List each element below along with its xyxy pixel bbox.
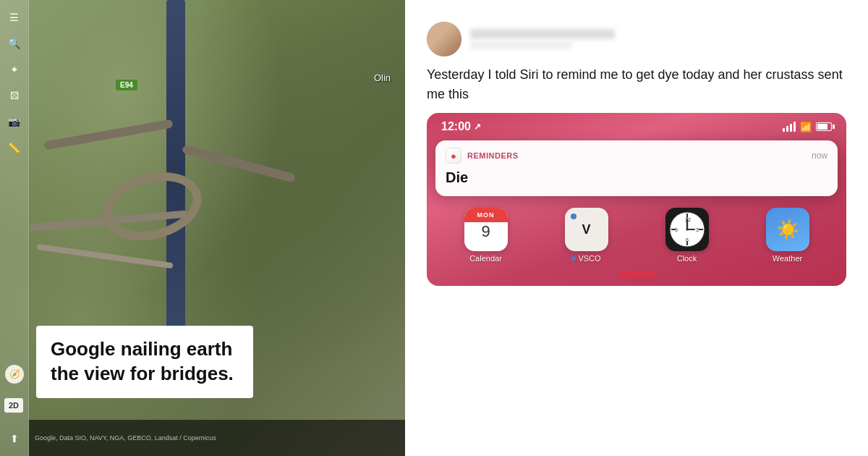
vsco-dot-label bbox=[571, 256, 576, 261]
notification-body: Die bbox=[435, 168, 838, 196]
layers-icon[interactable]: ✦ bbox=[3, 58, 26, 81]
svg-text:3: 3 bbox=[696, 227, 699, 232]
username-blurred bbox=[470, 29, 615, 39]
iphone-bottom-area bbox=[427, 271, 846, 286]
vsco-label-wrapper: VSCO bbox=[571, 254, 600, 263]
signal-bar-4 bbox=[793, 122, 796, 132]
map-attribution: Google, Data SIO, NAVY, NGA, GEBCO, Land… bbox=[29, 420, 405, 456]
notification-time: now bbox=[812, 151, 827, 161]
menu-icon[interactable]: ☰ bbox=[3, 6, 26, 29]
svg-text:9: 9 bbox=[675, 227, 678, 232]
attribution-text: Google, Data SIO, NAVY, NGA, GEBCO, Land… bbox=[35, 434, 216, 442]
dice-icon[interactable]: ⚄ bbox=[3, 84, 26, 107]
camera-icon[interactable]: 📷 bbox=[3, 110, 26, 133]
status-icons: 📶 bbox=[783, 122, 832, 132]
user-info bbox=[470, 29, 615, 49]
signal-bar-3 bbox=[790, 124, 792, 132]
status-time: 12:00 ↗ bbox=[441, 120, 481, 133]
vsco-dot bbox=[571, 214, 576, 219]
2d-button[interactable]: 2D bbox=[4, 398, 23, 413]
weather-app-icon[interactable]: ☀️ bbox=[766, 208, 809, 251]
handle-blurred bbox=[470, 41, 571, 49]
signal-bars bbox=[783, 122, 796, 132]
app-icon-item-clock: 12 3 6 9 Clock bbox=[639, 208, 734, 263]
calendar-top-bar: MON bbox=[464, 208, 508, 222]
app-icons-row: MON 9 Calendar V VSCO bbox=[427, 202, 846, 271]
earth-caption-box: Google nailing earth the view for bridge… bbox=[36, 326, 253, 398]
clock-face-svg: 12 3 6 9 bbox=[668, 211, 706, 248]
battery-icon bbox=[816, 122, 832, 131]
reminders-app-icon: ● bbox=[446, 148, 461, 164]
signal-bar-2 bbox=[786, 126, 788, 132]
vsco-app-icon[interactable]: V bbox=[565, 208, 608, 251]
signal-bar-1 bbox=[783, 128, 785, 132]
social-post-panel: Yesterday I told Siri to remind me to ge… bbox=[405, 0, 868, 456]
road-loop bbox=[95, 161, 210, 250]
weather-icon-emoji: ☀️ bbox=[776, 219, 799, 241]
ruler-icon[interactable]: 📏 bbox=[3, 136, 26, 159]
map-toolbar: ☰ 🔍 ✦ ⚄ 📷 📏 ⬆ bbox=[0, 0, 29, 456]
share-icon[interactable]: ⬆ bbox=[3, 427, 26, 450]
compass-icon[interactable]: 🧭 bbox=[5, 365, 24, 384]
earth-caption-text: Google nailing earth the view for bridge… bbox=[51, 337, 239, 387]
road-1 bbox=[43, 119, 173, 150]
google-earth-panel: E94 Olin ☰ 🔍 ✦ ⚄ 📷 📏 ⬆ 2D 🧭 Google naili… bbox=[0, 0, 405, 456]
calendar-label: Calendar bbox=[469, 254, 502, 263]
location-icon: ↗ bbox=[474, 122, 481, 132]
notification-card: ● REMINDERS now Die bbox=[435, 140, 838, 196]
iphone-home-indicator bbox=[618, 271, 655, 277]
app-icon-item-weather: ☀️ Weather bbox=[740, 208, 835, 263]
reminders-label: REMINDERS bbox=[467, 151, 519, 160]
iphone-status-bar: 12:00 ↗ 📶 bbox=[427, 113, 846, 138]
calendar-app-icon[interactable]: MON 9 bbox=[464, 208, 508, 251]
battery-fill bbox=[817, 124, 827, 130]
notification-header: ● REMINDERS now bbox=[435, 140, 838, 168]
clock-label: Clock bbox=[677, 254, 697, 263]
post-text: Yesterday I told Siri to remind me to ge… bbox=[427, 65, 846, 104]
road-badge: E94 bbox=[116, 80, 137, 90]
road-2 bbox=[182, 144, 296, 182]
app-icon-item-calendar: MON 9 Calendar bbox=[438, 208, 533, 263]
road-4 bbox=[36, 244, 173, 269]
vsco-label: VSCO bbox=[578, 254, 600, 263]
post-header bbox=[427, 22, 846, 56]
avatar bbox=[427, 22, 461, 56]
avatar-image bbox=[427, 22, 461, 56]
map-location-label: Olin bbox=[374, 72, 391, 83]
calendar-day: 9 bbox=[481, 222, 490, 240]
iphone-screenshot: 12:00 ↗ 📶 ● bbox=[427, 113, 846, 286]
search-icon[interactable]: 🔍 bbox=[3, 32, 26, 55]
weather-label: Weather bbox=[773, 254, 802, 263]
svg-text:6: 6 bbox=[686, 237, 689, 242]
clock-app-icon[interactable]: 12 3 6 9 bbox=[665, 208, 709, 251]
notification-title: Die bbox=[446, 169, 827, 186]
wifi-icon: 📶 bbox=[800, 122, 812, 132]
app-icon-item-vsco: V VSCO bbox=[539, 208, 634, 263]
notification-app-info: ● REMINDERS bbox=[446, 148, 519, 164]
